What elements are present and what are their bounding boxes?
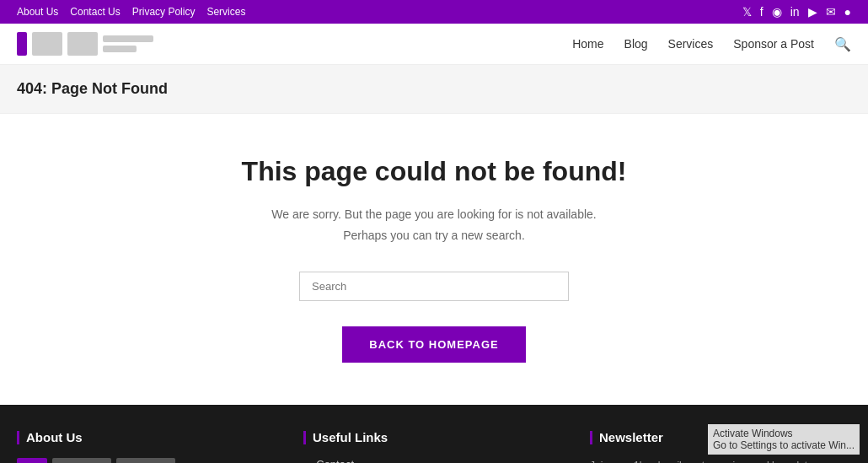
footer-img-1 [52,458,111,463]
search-bar [17,272,851,301]
logo-line-1 [103,35,153,42]
newsletter-description: Join over 1k subscribers to receive week… [590,458,843,463]
top-bar-links: About Us Contact Us Privacy Policy Servi… [17,6,245,18]
nav-blog[interactable]: Blog [624,37,648,51]
linkedin-icon[interactable]: in [790,5,800,19]
nav-services[interactable]: Services [668,37,714,51]
footer-about-col: About Us [17,430,270,463]
logo-img-1 [32,32,62,56]
topbar-privacy-link[interactable]: Privacy Policy [132,6,196,18]
activate-windows-notice: Activate Windows Go to Settings to activ… [708,424,860,455]
error-heading: This page could not be found! [17,156,851,187]
main-nav: Home Blog Services Sponsor a Post 🔍 [572,36,851,52]
instagram-icon[interactable]: ◉ [772,5,782,19]
footer-links-col: Useful Links Contact Services Blog Spons… [303,430,556,463]
twitter-icon[interactable]: 𝕏 [742,5,752,19]
error-description: We are sorry. But the page you are looki… [17,204,851,246]
logo [17,32,153,56]
nav-home[interactable]: Home [572,37,603,51]
email-icon[interactable]: ✉ [826,5,836,19]
footer-flag-img [17,458,47,463]
back-to-homepage-button[interactable]: BACK TO HOMEPAGE [342,326,525,363]
top-bar-social: 𝕏 f ◉ in ▶ ✉ ● [742,5,851,19]
nav-sponsor[interactable]: Sponsor a Post [733,37,814,51]
topbar-about-link[interactable]: About Us [17,6,58,18]
facebook-icon[interactable]: f [760,5,764,19]
footer-links-heading: Useful Links [303,430,556,444]
footer-links-list: Contact Services Blog Sponsor a Post [303,458,556,463]
footer-logo-area [17,458,270,463]
footer-about-heading: About Us [17,430,270,444]
main-content: This page could not be found! We are sor… [0,114,868,405]
search-icon[interactable]: 🔍 [834,36,851,52]
topbar-services-link[interactable]: Services [206,6,245,18]
footer-img-2 [116,458,175,463]
logo-line-2 [103,46,137,52]
circle-icon[interactable]: ● [844,5,851,19]
top-bar: About Us Contact Us Privacy Policy Servi… [0,0,868,24]
logo-accent-box [17,32,27,56]
youtube-icon[interactable]: ▶ [808,5,817,19]
topbar-contact-link[interactable]: Contact Us [70,6,120,18]
header: Home Blog Services Sponsor a Post 🔍 [0,24,868,65]
search-input[interactable] [299,272,569,301]
page-title: 404: Page Not Found [17,80,851,98]
list-item: Contact [303,458,556,463]
logo-img-2 [67,32,98,56]
footer-link-contact[interactable]: Contact [316,458,354,463]
logo-text [103,35,153,52]
breadcrumb-bar: 404: Page Not Found [0,65,868,114]
